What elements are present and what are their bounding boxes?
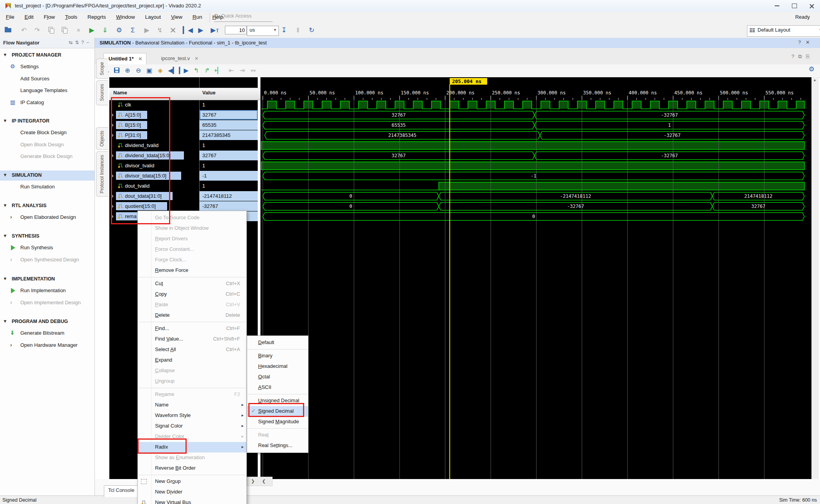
scroll-up-icon[interactable]: ▲	[813, 78, 816, 82]
menu-item-new-virtual-bus[interactable]: New Virtual Bus	[138, 497, 246, 504]
signal-value-clk[interactable]: 1	[200, 100, 258, 110]
undo-button[interactable]: ↶	[18, 25, 30, 36]
side-tab-sources[interactable]: Sources	[96, 80, 108, 105]
menu-edit[interactable]: Edit	[20, 12, 39, 23]
signal-value-dout-tvalid[interactable]: 1	[200, 181, 258, 191]
run-for-time-button[interactable]: ▶ᴛ	[209, 25, 221, 36]
flow-item-add-sources[interactable]: Add Sources	[0, 74, 94, 83]
menu-item-waveform-style[interactable]: Waveform Style▸	[138, 410, 246, 421]
close-icon[interactable]: ✕	[138, 56, 142, 62]
run-button[interactable]: ▶	[86, 25, 98, 36]
wave-zoom-in-button[interactable]: ⊕	[122, 65, 133, 76]
vertical-scrollbar[interactable]: ▲▼	[811, 77, 819, 486]
menu-item-ascii[interactable]: ASCII	[247, 382, 308, 393]
generate-bitstream-button[interactable]: ⇓	[99, 25, 111, 36]
menu-item-expand[interactable]: Expand	[138, 355, 246, 366]
flow-section-project-manager[interactable]: ▾PROJECT MANAGER	[0, 50, 94, 60]
flow-navigator-toolbar-icons[interactable]: ⇆⇅?−	[69, 40, 91, 45]
wave-next-marker-button[interactable]: ⇥	[237, 65, 248, 76]
flow-section-ip-integrator[interactable]: ▾IP INTEGRATOR	[0, 116, 94, 126]
pause-button[interactable]: ‖	[292, 25, 304, 36]
signal-value-quotient-15-0[interactable]: -32767	[200, 201, 258, 211]
wave-goto-start-button[interactable]: ◀▎	[168, 65, 178, 76]
flow-item-run-implementation[interactable]: Run Implementation	[0, 286, 94, 295]
wave-settings-gear-icon[interactable]: ⚙	[809, 65, 815, 73]
flow-item-language-templates[interactable]: Language Templates	[0, 86, 94, 95]
wave-prev-marker-button[interactable]: ⇤	[226, 65, 237, 76]
relaunch-button[interactable]: ↻	[306, 25, 317, 36]
wave-next-transition-button[interactable]: ↱	[202, 65, 212, 76]
menu-item-new-divider[interactable]: New Divider	[138, 487, 246, 497]
menu-item-remove-force[interactable]: Remove Force	[138, 265, 246, 276]
menu-item-delete[interactable]: DeleteDelete	[138, 310, 246, 321]
menu-file[interactable]: File	[1, 12, 20, 23]
flow-section-synthesis[interactable]: ▾SYNTHESIS	[0, 231, 94, 241]
menu-item-name[interactable]: Name▸	[138, 400, 246, 410]
simulation-header-icons[interactable]: ?✕	[798, 39, 815, 45]
menu-item-real-settings[interactable]: Real Settings...	[247, 440, 308, 451]
flow-item-open-synthesized-design[interactable]: ›Open Synthesized Design	[0, 255, 94, 264]
restart-button[interactable]: ▎◀	[182, 25, 194, 36]
wave-goto-end-button[interactable]: ▎▶	[178, 65, 189, 76]
menu-item-binary[interactable]: Binary	[247, 351, 308, 361]
menu-run[interactable]: Run	[187, 12, 207, 23]
open-recent-button[interactable]	[2, 25, 14, 36]
menu-window[interactable]: Window	[111, 12, 140, 23]
menu-item-reverse-bit-order[interactable]: Reverse Bit Order	[138, 463, 246, 474]
wave-swap-cursor-button[interactable]: ↭	[248, 65, 258, 76]
flow-item-open-elaborated-design[interactable]: ›Open Elaborated Design	[0, 213, 94, 222]
close-button[interactable]	[803, 0, 820, 11]
signal-value-p-31-0[interactable]: 2147385345	[200, 130, 258, 140]
menu-flow[interactable]: Flow	[39, 12, 60, 23]
side-tab-scope[interactable]: Scope	[96, 59, 108, 79]
delete-breakpoints-button[interactable]	[167, 25, 179, 36]
wand-button[interactable]: ↯	[154, 25, 166, 36]
run-all-button[interactable]: ▶	[195, 25, 207, 36]
run-synthesis-disabled-button[interactable]: ▶	[141, 25, 153, 36]
flow-item-create-block-design[interactable]: Create Block Design	[0, 128, 94, 137]
side-tab-protocol-instances[interactable]: Protocol Instances	[96, 151, 108, 197]
menu-item-new-group[interactable]: New Group	[138, 476, 246, 487]
step-button[interactable]: ↧	[278, 25, 290, 36]
signal-value-dividend-tdata-15-0[interactable]: 32767	[200, 151, 258, 160]
flow-item-open-implemented-design[interactable]: ›Open Implemented Design	[0, 298, 94, 307]
flow-item-ip-catalog[interactable]: ▥IP Catalog	[0, 98, 94, 107]
redo-button[interactable]: ↷	[31, 25, 43, 36]
menu-layout[interactable]: Layout	[140, 12, 166, 23]
tree-scroll-buttons[interactable]: ❯❮	[247, 477, 273, 486]
run-time-input[interactable]	[225, 26, 247, 34]
delete-button[interactable]: ×	[73, 25, 84, 36]
report-button[interactable]: Σ	[127, 25, 139, 36]
flow-item-open-block-design[interactable]: Open Block Design	[0, 140, 94, 149]
menu-item-octal[interactable]: Octal	[247, 372, 308, 382]
signal-value-divisor-tdata-15-0[interactable]: -1	[200, 171, 258, 181]
copy-button[interactable]	[45, 25, 57, 36]
flow-section-simulation[interactable]: ▾SIMULATION	[0, 170, 94, 181]
menu-item-find-value[interactable]: Find Value...Ctrl+Shift+F	[138, 334, 246, 344]
menu-item-signal-color[interactable]: Signal Color▸	[138, 421, 246, 431]
menu-item-signed-magnitude[interactable]: Signed Magnitude	[247, 417, 308, 427]
wave-zoom-cursor-button[interactable]: ◈	[155, 65, 166, 76]
menu-tools[interactable]: Tools	[60, 12, 83, 23]
wave-add-marker-button[interactable]: +▏	[213, 65, 223, 76]
flow-section-rtl-analysis[interactable]: ▾RTL ANALYSIS	[0, 201, 94, 211]
maximize-button[interactable]	[786, 0, 803, 11]
flow-item-generate-block-design[interactable]: Generate Block Design	[0, 152, 94, 161]
close-icon[interactable]: ✕	[194, 56, 198, 61]
menu-item-default[interactable]: Default	[247, 337, 308, 348]
menu-reports[interactable]: Reports	[82, 12, 111, 23]
signal-value-dout-tdata-31-0[interactable]: -2147418112	[200, 191, 258, 201]
wave-save-button[interactable]	[111, 65, 122, 76]
signal-value-a-15-0[interactable]: 32767	[200, 110, 258, 120]
time-unit-select[interactable]: us▾	[247, 26, 279, 36]
flow-item-run-synthesis[interactable]: Run Synthesis	[0, 243, 94, 252]
menu-item-select-all[interactable]: Select AllCtrl+A	[138, 344, 246, 355]
menu-item-hexadecimal[interactable]: Hexadecimal	[247, 361, 308, 372]
flow-section-implementation[interactable]: ▾IMPLEMENTATION	[0, 274, 94, 284]
flow-item-settings[interactable]: ⚙Settings	[0, 62, 94, 71]
menu-item-copy[interactable]: CopyCtrl+C	[138, 289, 246, 300]
settings-button[interactable]: ⚙	[113, 25, 125, 36]
signal-value-b-15-0[interactable]: 65535	[200, 120, 258, 130]
menu-view[interactable]: View	[166, 12, 187, 23]
menu-item-find[interactable]: Find...Ctrl+F	[138, 323, 246, 334]
